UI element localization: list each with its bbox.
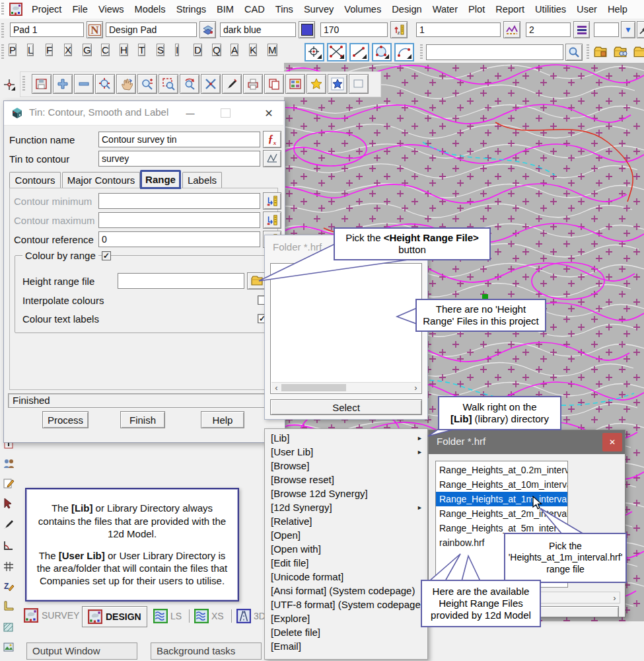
scroll-right-icon[interactable]: › xyxy=(411,383,421,393)
menu-item-browse-reset[interactable]: [Browse reset] xyxy=(265,473,427,486)
weight-picker-button[interactable] xyxy=(573,21,590,38)
search-input[interactable] xyxy=(426,44,563,60)
function-name-input[interactable] xyxy=(98,132,260,147)
angle-tool-button[interactable] xyxy=(3,539,16,553)
menu-item-explore[interactable]: [Explore] xyxy=(265,611,427,625)
horizontal-scrollbar[interactable]: ‹ › xyxy=(271,382,421,393)
close-button[interactable]: ✕ xyxy=(262,106,276,120)
brush-tool-button[interactable] xyxy=(3,518,16,531)
tab-3d[interactable]: 3D xyxy=(236,609,264,623)
weight-input[interactable] xyxy=(526,22,571,37)
menu-item-open[interactable]: [Open] xyxy=(265,528,427,542)
toolbar-grip[interactable] xyxy=(1,23,4,38)
cogo-arc-button[interactable] xyxy=(394,43,414,61)
contour-maximum-picker[interactable] xyxy=(263,212,281,229)
snap-toggle-p[interactable]: P xyxy=(9,44,17,56)
colour-by-range-checkbox[interactable]: ✓ xyxy=(102,251,111,260)
snap-toggle-q[interactable]: Q xyxy=(212,44,221,56)
menu-strings[interactable]: Strings xyxy=(171,0,211,19)
snap-toggle-h[interactable]: H xyxy=(120,44,128,56)
eyedropper-button[interactable] xyxy=(637,21,644,38)
blank-view-button[interactable] xyxy=(349,74,369,94)
close-button[interactable]: ✕ xyxy=(602,433,622,451)
save-view-button[interactable] xyxy=(32,74,52,94)
model-folder-button[interactable] xyxy=(592,43,609,61)
toolbar-grip[interactable] xyxy=(1,3,4,16)
menu-file[interactable]: File xyxy=(67,0,93,19)
tab-major-contours[interactable]: Major Contours xyxy=(62,172,140,188)
menu-user[interactable]: User xyxy=(571,0,602,19)
menu-item-email[interactable]: [Email] xyxy=(265,639,427,653)
menu-utilities[interactable]: Utilities xyxy=(530,0,571,19)
zoom-extents-button[interactable] xyxy=(95,74,115,94)
snap-toggle-c[interactable]: C xyxy=(101,44,110,56)
process-button[interactable]: Process xyxy=(42,411,89,428)
tab-ls[interactable]: LS xyxy=(153,609,182,623)
menu-item-12d-synergy[interactable]: [12d Synergy]► xyxy=(265,500,427,514)
cogo-circle-button[interactable] xyxy=(372,43,392,61)
height-picker-button[interactable]: z xyxy=(390,21,408,38)
tab-design[interactable]: DESIGN xyxy=(82,606,147,627)
hrf-list-empty[interactable]: ‹ › xyxy=(270,263,422,394)
fill-tool-button[interactable] xyxy=(3,621,16,635)
menu-volumes[interactable]: Volumes xyxy=(339,0,386,19)
name-toggle-button[interactable]: N xyxy=(87,21,103,38)
dialog-titlebar[interactable]: Tin: Contour, Smooth and Label — ✕ xyxy=(4,101,283,126)
cogo-line-button[interactable] xyxy=(349,43,369,61)
menu-water[interactable]: Water xyxy=(427,0,463,19)
menu-help[interactable]: Help xyxy=(602,0,633,19)
background-tasks-bar[interactable]: Background tasks xyxy=(151,642,262,660)
toolbar-grip[interactable] xyxy=(587,44,589,59)
menu-item-browse[interactable]: [Browse] xyxy=(265,459,427,473)
menu-cad[interactable]: CAD xyxy=(239,0,270,19)
menu-item-unicode-format[interactable]: [Unicode format] xyxy=(265,570,427,584)
tab-range[interactable]: Range xyxy=(140,170,181,189)
minimize-button[interactable]: — xyxy=(181,106,199,120)
help-button[interactable]: Help xyxy=(201,411,244,428)
tab-xs[interactable]: XS xyxy=(194,609,224,623)
favourites-button[interactable] xyxy=(306,74,326,94)
toolbar-grip[interactable] xyxy=(22,76,25,92)
grid-tool-button[interactable] xyxy=(3,561,16,574)
snap-toggle-t[interactable]: T xyxy=(138,44,145,56)
select-button[interactable]: Select xyxy=(270,399,422,415)
menu-bim[interactable]: BIM xyxy=(211,0,239,19)
menu-item-edit-file[interactable]: [Edit file] xyxy=(265,556,427,570)
tin-picker-button[interactable] xyxy=(263,150,281,167)
height-range-file-input[interactable] xyxy=(118,273,244,289)
text-height-input[interactable] xyxy=(320,22,388,37)
search-button[interactable] xyxy=(565,44,583,61)
menu-project[interactable]: Project xyxy=(26,0,67,19)
tab-survey[interactable]: SURVEY xyxy=(24,608,79,623)
colour-input[interactable] xyxy=(220,22,296,37)
saved-views-button[interactable] xyxy=(328,74,347,94)
zoom-previous-button[interactable] xyxy=(180,74,199,94)
menu-item-ansi-format[interactable]: [Ansi format] (System codepage) xyxy=(265,584,427,598)
snap-toggle-m[interactable]: M xyxy=(268,44,277,56)
file-item-selected[interactable]: Range_Heights_at_1m_interval.hrf xyxy=(436,492,567,506)
tin-input[interactable] xyxy=(98,151,260,167)
scroll-left-icon[interactable]: ‹ xyxy=(271,383,281,393)
menu-item-utf8-format[interactable]: [UTF-8 format] (System codepage) xyxy=(265,598,427,611)
tab-labels[interactable]: Labels xyxy=(182,172,222,188)
menu-report[interactable]: Report xyxy=(490,0,530,19)
menu-plot[interactable]: Plot xyxy=(463,0,490,19)
zoom-window-button[interactable] xyxy=(159,74,178,94)
cancel-redraw-button[interactable] xyxy=(201,74,221,94)
model-input[interactable] xyxy=(106,22,197,37)
contour-minimum-picker[interactable] xyxy=(263,192,281,210)
snap-toggle-f[interactable]: F xyxy=(46,44,53,56)
menu-tins[interactable]: Tins xyxy=(270,0,299,19)
snap-toggle-x[interactable]: X xyxy=(64,44,72,56)
toolbar-grip[interactable] xyxy=(1,44,4,59)
toolbar-grip[interactable] xyxy=(420,44,423,59)
cogo-node-button[interactable] xyxy=(327,43,347,61)
snap-toggle-g[interactable]: G xyxy=(83,44,92,56)
contour-maximum-input[interactable] xyxy=(98,212,260,228)
snap-toggle-l[interactable]: L xyxy=(27,44,34,56)
cogo-point-button[interactable] xyxy=(304,43,324,61)
menu-views[interactable]: Views xyxy=(93,0,129,19)
scrollbar-thumb[interactable] xyxy=(281,384,346,391)
panels-button[interactable] xyxy=(285,74,305,94)
dropdown-button[interactable]: ▼ xyxy=(621,21,635,38)
